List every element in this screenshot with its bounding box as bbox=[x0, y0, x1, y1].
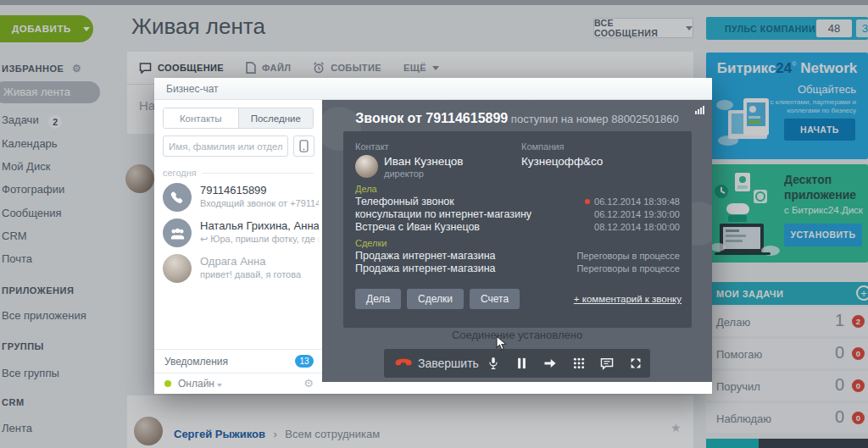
invoices-button[interactable]: Счета bbox=[470, 289, 520, 309]
call-title: Звонок от 79114615899 поступил на номер … bbox=[322, 111, 712, 126]
contact-search-input[interactable] bbox=[163, 136, 288, 157]
caret-down-icon bbox=[217, 384, 222, 387]
red-dot-icon bbox=[585, 199, 590, 204]
group-icon bbox=[170, 226, 186, 241]
chat-message-icon bbox=[600, 357, 614, 370]
contact-label: Контакт bbox=[355, 141, 389, 152]
phone-icon bbox=[170, 191, 185, 205]
deal-row[interactable]: Продажа интернет-магазина Переговоры в п… bbox=[355, 263, 680, 274]
deals-button[interactable]: Сделки bbox=[407, 289, 464, 309]
chat-list-item-user[interactable]: Одрага Анна привет! давай, я готова bbox=[154, 254, 322, 290]
today-section-label: сегодня bbox=[163, 168, 314, 178]
tab-contacts[interactable]: Контакты bbox=[164, 108, 238, 128]
phone-avatar bbox=[163, 183, 192, 212]
hold-button[interactable] bbox=[508, 349, 537, 378]
add-call-comment-link[interactable]: + комментарий к звонку bbox=[574, 294, 682, 304]
notifications-badge: 13 bbox=[295, 355, 314, 368]
activity-row[interactable]: консультации по интернет-магазину 06.12.… bbox=[355, 208, 680, 220]
arrow-right-icon bbox=[543, 357, 557, 369]
activity-row[interactable]: Встреча с Иван Кузнецов 08.12.2014 18:00… bbox=[355, 221, 680, 233]
activities-button[interactable]: Дела bbox=[355, 289, 401, 309]
company-label: Компания bbox=[521, 141, 564, 152]
chat-list-item-group[interactable]: Наталья Грихина, Анна Одр... ↩ Юра, приш… bbox=[154, 218, 322, 254]
transfer-button[interactable] bbox=[536, 349, 565, 378]
online-status-label[interactable]: Онлайн bbox=[178, 378, 222, 390]
call-control-bar: Завершить bbox=[384, 349, 650, 378]
deals-label: Сделки bbox=[355, 238, 387, 248]
signal-bars-icon bbox=[695, 106, 704, 114]
contact-name: Иван Кузнецов bbox=[384, 155, 463, 168]
hangup-phone-icon bbox=[391, 351, 415, 375]
fullscreen-button[interactable] bbox=[621, 349, 650, 378]
activities-label: Дела bbox=[355, 184, 377, 194]
microphone-icon bbox=[487, 357, 499, 370]
crm-buttons: Дела Сделки Счета bbox=[355, 289, 520, 309]
hangup-button[interactable]: Завершить bbox=[394, 355, 479, 372]
mobile-phone-icon bbox=[299, 140, 309, 152]
group-avatar bbox=[163, 218, 192, 247]
call-panel: Звонок от 79114615899 поступил на номер … bbox=[322, 100, 712, 393]
chat-contacts-panel: Контакты Последние сегодня 79114615899 В… bbox=[154, 100, 322, 393]
pause-icon bbox=[517, 357, 526, 369]
window-title: Бизнес-чат bbox=[154, 78, 712, 100]
chat-list-item-call[interactable]: 79114615899 Входящий звонок от +791146..… bbox=[154, 183, 322, 218]
notifications-row[interactable]: Уведомления 13 bbox=[154, 349, 322, 372]
chat-button[interactable] bbox=[593, 349, 622, 378]
user-avatar bbox=[163, 254, 192, 283]
reply-icon: ↩ bbox=[200, 234, 208, 244]
dial-phone-button[interactable] bbox=[293, 136, 314, 157]
activity-row[interactable]: Телефонный звонок 06.12.2014 18:39:48 bbox=[355, 196, 680, 207]
microphone-button[interactable] bbox=[479, 349, 508, 378]
fullscreen-icon bbox=[630, 357, 642, 369]
dialpad-button[interactable] bbox=[565, 349, 593, 378]
call-panel-background: Звонок от 79114615899 поступил на номер … bbox=[322, 100, 712, 382]
company-name: Кузнецофф&co bbox=[521, 155, 603, 168]
contacts-tabs: Контакты Последние bbox=[163, 108, 314, 129]
online-status-dot bbox=[164, 380, 171, 387]
online-status-row: Онлайн ⚙ bbox=[154, 373, 322, 393]
settings-gear-icon[interactable]: ⚙ bbox=[303, 377, 314, 390]
connection-status: Соединение установлено bbox=[322, 329, 712, 341]
business-chat-window: Бизнес-чат Контакты Последние сегодня bbox=[154, 78, 712, 394]
deal-row[interactable]: Продажа интернет-магазина Переговоры в п… bbox=[355, 250, 680, 262]
contact-role: директор bbox=[384, 169, 424, 179]
tab-recent[interactable]: Последние bbox=[238, 108, 314, 128]
mouse-cursor bbox=[496, 335, 508, 351]
contact-avatar bbox=[355, 155, 378, 178]
dialpad-icon bbox=[573, 357, 585, 369]
screen: ДОБАВИТЬ ИЗБРАННОЕ ⚙ Живая лента Задачи … bbox=[0, 0, 868, 448]
crm-info-card: Контакт Иван Кузнецов директор Компания … bbox=[343, 131, 692, 328]
